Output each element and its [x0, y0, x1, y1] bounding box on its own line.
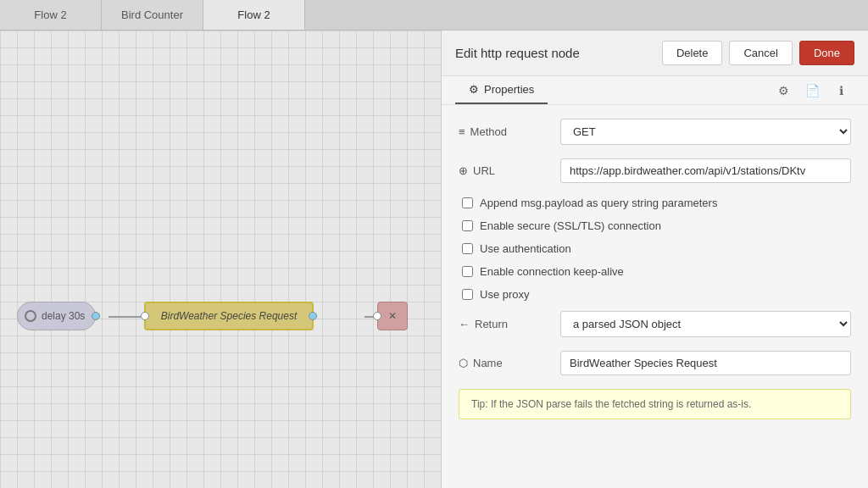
node-delay-port-out[interactable]: [92, 312, 100, 320]
panel-header: Edit http request node Delete Cancel Don…: [442, 30, 868, 76]
done-button[interactable]: Done: [799, 41, 854, 65]
panel-tabs: ⚙ Properties ⚙ 📄 ℹ: [442, 76, 868, 105]
node-http-port-out[interactable]: [309, 312, 317, 320]
url-icon: ⊕: [459, 164, 468, 177]
checkbox-auth: Use authentication: [459, 242, 851, 255]
node-func[interactable]: ✕: [377, 302, 408, 330]
checkbox-keepalive: Enable connection keep-alive: [459, 265, 851, 278]
checkbox-ssl: Enable secure (SSL/TLS) connection: [459, 219, 851, 232]
checkbox-append-payload: Append msg.payload as query string param…: [459, 197, 851, 209]
tip-text: Tip: If the JSON parse fails the fetched…: [471, 398, 751, 410]
main-area: delay 30s BirdWeather Species Request ✕ …: [0, 30, 868, 488]
tab-flow2-1[interactable]: Flow 2: [0, 0, 102, 30]
return-icon: ←: [459, 318, 470, 330]
checkbox-keepalive-label: Enable connection keep-alive: [480, 265, 624, 278]
tab-icon-gear[interactable]: ⚙: [770, 77, 797, 104]
checkbox-proxy-input[interactable]: [462, 289, 473, 300]
tab-bird-counter[interactable]: Bird Counter: [102, 0, 203, 30]
name-input[interactable]: [560, 351, 851, 375]
panel-actions: Delete Cancel Done: [662, 41, 854, 65]
canvas-area: delay 30s BirdWeather Species Request ✕: [0, 30, 441, 488]
edit-panel: Edit http request node Delete Cancel Don…: [441, 30, 868, 488]
checkbox-ssl-input[interactable]: [462, 220, 473, 231]
node-http-label: BirdWeather Species Request: [161, 310, 298, 322]
checkbox-proxy-label: Use proxy: [480, 288, 530, 301]
tab-icon-doc[interactable]: 📄: [798, 77, 826, 104]
cancel-button[interactable]: Cancel: [729, 41, 792, 65]
clock-icon: [25, 310, 36, 322]
name-icon: ⬡: [459, 357, 468, 369]
checkbox-ssl-label: Enable secure (SSL/TLS) connection: [480, 219, 661, 232]
delete-button[interactable]: Delete: [662, 41, 723, 65]
node-http-port-in[interactable]: [141, 312, 149, 320]
name-label: ⬡ Name: [459, 357, 560, 369]
return-select[interactable]: a UTF-8 string a binary buffer a parsed …: [560, 311, 851, 337]
method-select[interactable]: GET POST PUT DELETE PATCH: [560, 119, 851, 145]
method-row: ≡ Method GET POST PUT DELETE PATCH: [459, 119, 851, 145]
name-row: ⬡ Name: [459, 351, 851, 375]
checkbox-auth-input[interactable]: [462, 243, 473, 254]
checkbox-append-payload-input[interactable]: [462, 197, 473, 208]
checkbox-append-payload-label: Append msg.payload as query string param…: [480, 197, 717, 209]
url-label: ⊕ URL: [459, 164, 560, 177]
node-http[interactable]: BirdWeather Species Request: [144, 302, 314, 330]
panel-content: ≡ Method GET POST PUT DELETE PATCH ⊕ URL: [442, 105, 868, 488]
tab-properties[interactable]: ⚙ Properties: [455, 76, 548, 104]
panel-title: Edit http request node: [455, 46, 580, 60]
return-row: ← Return a UTF-8 string a binary buffer …: [459, 311, 851, 337]
method-label: ≡ Method: [459, 125, 560, 138]
tab-flow2-2[interactable]: Flow 2: [203, 0, 305, 30]
method-icon: ≡: [459, 125, 465, 138]
node-delay-label: delay 30s: [42, 310, 85, 322]
tab-properties-label: Properties: [484, 83, 534, 96]
url-input[interactable]: [560, 158, 851, 183]
checkbox-auth-label: Use authentication: [480, 242, 571, 255]
node-func-port-in[interactable]: [373, 312, 381, 320]
node-delay[interactable]: delay 30s: [17, 302, 96, 330]
checkbox-keepalive-input[interactable]: [462, 266, 473, 277]
tab-icons: ⚙ 📄 ℹ: [770, 77, 854, 104]
tip-box: Tip: If the JSON parse fails the fetched…: [459, 389, 851, 419]
checkbox-proxy: Use proxy: [459, 288, 851, 301]
properties-gear-icon: ⚙: [469, 83, 479, 96]
tab-icon-info[interactable]: ℹ: [827, 77, 854, 104]
node-func-icon: ✕: [388, 310, 397, 322]
return-label: ← Return: [459, 318, 560, 330]
url-row: ⊕ URL: [459, 158, 851, 183]
tab-bar: Flow 2 Bird Counter Flow 2: [0, 0, 868, 30]
